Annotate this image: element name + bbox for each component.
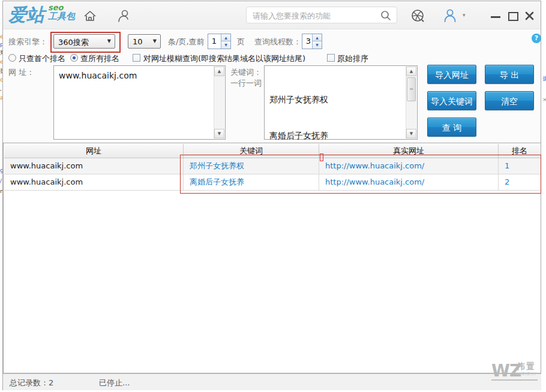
scroll-up-icon[interactable]: ▲ (406, 67, 416, 76)
spin-down-icon[interactable]: ▼ (313, 41, 322, 49)
background-artifact: 孩 (542, 75, 546, 82)
scroll-down-icon[interactable]: ▼ (406, 129, 416, 138)
page-size-value: 10 (133, 37, 143, 46)
search-engine-label: 搜索引擎： (8, 37, 47, 47)
original-order-checkbox[interactable] (327, 54, 335, 62)
radio-first-rank-label[interactable]: 只查首个排名 (19, 53, 65, 64)
column-header-url[interactable]: 网址 (4, 144, 184, 158)
minimize-button[interactable] (491, 16, 500, 18)
account-dropdown-caret[interactable]: ▾ (463, 12, 466, 18)
radio-all-ranks[interactable] (70, 54, 78, 62)
page-size-select[interactable]: 10 ▼ (128, 34, 161, 49)
home-icon[interactable] (83, 10, 97, 25)
table-cell-url[interactable]: www.huacaikj.com (4, 174, 184, 191)
search-icon[interactable] (380, 10, 392, 24)
threads-spinner[interactable]: 3 ▲ ▼ (302, 34, 322, 49)
annotation-mark (320, 153, 323, 161)
page-suffix-label: 页 (237, 37, 245, 47)
user-account-icon[interactable] (442, 8, 458, 26)
spin-up-icon[interactable]: ▲ (313, 34, 322, 41)
logo-sub-text: 工具包 (48, 12, 75, 21)
keyword-line: 离婚后子女抚养 (269, 129, 404, 141)
url-textarea-value: www.huacaikj.com (59, 70, 212, 82)
export-button[interactable]: 导 出 (485, 65, 534, 84)
spin-down-icon[interactable]: ▼ (221, 41, 230, 49)
scroll-up-icon[interactable]: ▲ (214, 67, 224, 76)
radio-all-ranks-label[interactable]: 查所有排名 (80, 53, 119, 64)
engine-selected-value: 360搜索 (58, 37, 89, 48)
threads-label: 查询线程数： (254, 37, 301, 47)
watermark-cn: 伟置 (517, 361, 536, 372)
per-page-label: 条/页,查前 (168, 37, 205, 47)
account-manager-icon[interactable] (115, 8, 131, 26)
radio-first-rank[interactable] (8, 54, 16, 62)
annotation-box-results (180, 155, 541, 194)
function-search-box[interactable] (246, 7, 397, 23)
network-icon[interactable] (410, 8, 426, 26)
page-count-value: 1 (208, 37, 220, 46)
fuzzy-match-label[interactable]: 对网址模糊查询(即搜索结果域名以该网址结尾) (143, 53, 305, 64)
close-button[interactable] (525, 11, 534, 23)
chevron-down-icon: ▼ (107, 38, 111, 44)
original-order-label[interactable]: 原始排序 (337, 53, 368, 64)
maximize-button[interactable] (508, 12, 518, 21)
watermark-en: WEIZHI (517, 372, 536, 376)
query-button[interactable]: 查 询 (427, 117, 476, 137)
page-count-spinner[interactable]: 1 ▲ ▼ (208, 34, 231, 49)
keyword-label: 关键词： (230, 67, 262, 78)
url-scrollbar[interactable]: ▲ ▼ (214, 67, 224, 138)
keyword-scrollbar[interactable]: ▲ ≡ ▼ (406, 67, 416, 138)
url-label: 网 址： (8, 67, 34, 78)
keyword-textarea[interactable]: 郑州子女抚养权 离婚后子女抚养 ▲ ≡ ▼ (264, 65, 418, 140)
keyword-sublabel: 一行一词 (230, 78, 262, 89)
keyword-line: 郑州子女抚养权 (269, 94, 404, 105)
total-records-label: 总记录数：2 (10, 378, 53, 388)
url-textarea[interactable]: www.huacaikj.com ▲ ▼ (53, 65, 226, 140)
app-logo: 爱站 (8, 3, 44, 28)
help-icon[interactable]: ? (532, 34, 541, 43)
engine-select[interactable]: 360搜索 ▼ (53, 34, 115, 49)
import-keywords-button[interactable]: 导入关键词 (427, 91, 476, 110)
spin-up-icon[interactable]: ▲ (221, 34, 230, 41)
background-artifact: × (542, 96, 546, 103)
function-search-input[interactable] (251, 8, 380, 23)
table-cell-url[interactable]: www.huacaikj.com (4, 158, 184, 174)
import-url-button[interactable]: 导入网址 (427, 65, 476, 84)
fuzzy-match-checkbox[interactable] (133, 54, 140, 62)
scroll-down-icon[interactable]: ▼ (214, 129, 224, 138)
statusbar (3, 373, 541, 390)
status-text: 已停止... (99, 378, 130, 388)
app-logo-right: seo 工具包 (48, 4, 75, 21)
clear-button[interactable]: 清空 (485, 91, 534, 110)
scrollbar-thumb[interactable]: ≡ (407, 77, 416, 101)
watermark-underline (491, 379, 538, 381)
chevron-down-icon: ▼ (153, 38, 157, 44)
